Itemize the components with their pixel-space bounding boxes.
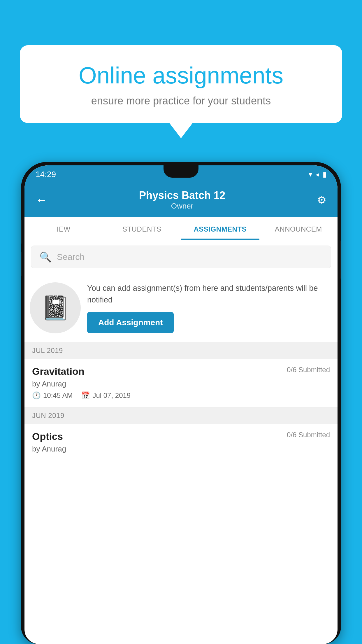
calendar-icon: 📅 — [81, 391, 90, 400]
tab-announcements[interactable]: ANNOUNCEM — [259, 217, 338, 240]
optics-title: Optics — [32, 431, 63, 442]
volume-button-down — [21, 252, 22, 276]
bubble-title: Online assignments — [40, 63, 322, 88]
header-center: Physics Batch 12 Owner — [47, 189, 317, 211]
month-separator-jun: JUN 2019 — [24, 407, 338, 424]
assignment-by: by Anurag — [32, 379, 330, 388]
bubble-subtitle: ensure more practice for your students — [40, 95, 322, 107]
battery-icon: ▮ — [323, 170, 326, 178]
tab-overview[interactable]: IEW — [24, 217, 103, 240]
assignment-header-optics: Optics 0/6 Submitted — [32, 431, 330, 442]
phone-screen: 14:29 ▾ ◂ ▮ ← Physics Batch 12 Owner ⚙ I… — [24, 165, 338, 644]
tab-students[interactable]: STUDENTS — [103, 217, 181, 240]
app-header: ← Physics Batch 12 Owner ⚙ — [24, 183, 338, 217]
status-time: 14:29 — [36, 170, 56, 179]
promo-icon-circle: 📓 — [30, 282, 81, 333]
status-icons: ▾ ◂ ▮ — [309, 170, 326, 178]
assignment-meta: 🕐 10:45 AM 📅 Jul 07, 2019 — [32, 391, 330, 400]
add-assignment-button[interactable]: Add Assignment — [87, 312, 174, 333]
notebook-icon: 📓 — [41, 294, 70, 322]
search-icon: 🔍 — [39, 251, 52, 263]
assignment-header: Gravitation 0/6 Submitted — [32, 366, 330, 377]
status-bar: 14:29 ▾ ◂ ▮ — [24, 165, 338, 183]
speech-bubble: Online assignments ensure more practice … — [20, 45, 342, 123]
clock-icon: 🕐 — [32, 391, 41, 400]
notch — [164, 165, 198, 178]
assignment-item-gravitation[interactable]: Gravitation 0/6 Submitted by Anurag 🕐 10… — [24, 359, 338, 407]
wifi-icon: ▾ — [309, 170, 312, 178]
optics-by: by Anurag — [32, 444, 330, 454]
settings-icon[interactable]: ⚙ — [317, 194, 326, 206]
promo-content: You can add assignment(s) from here and … — [87, 283, 331, 333]
meta-time: 🕐 10:45 AM — [32, 391, 73, 400]
back-button[interactable]: ← — [36, 193, 47, 206]
assignment-submitted: 0/6 Submitted — [287, 366, 330, 374]
power-button — [340, 241, 341, 279]
optics-submitted: 0/6 Submitted — [287, 431, 330, 439]
month-separator-jul: JUL 2019 — [24, 342, 338, 359]
meta-date: 📅 Jul 07, 2019 — [81, 391, 131, 400]
assignment-date: Jul 07, 2019 — [92, 391, 131, 400]
assignment-time: 10:45 AM — [43, 391, 73, 400]
header-subtitle: Owner — [47, 202, 317, 211]
phone-frame: 14:29 ▾ ◂ ▮ ← Physics Batch 12 Owner ⚙ I… — [21, 162, 341, 644]
promo-text: You can add assignment(s) from here and … — [87, 283, 331, 305]
tab-assignments[interactable]: ASSIGNMENTS — [181, 217, 259, 240]
search-bar[interactable]: 🔍 Search — [31, 246, 331, 268]
assignment-item-optics[interactable]: Optics 0/6 Submitted by Anurag — [24, 424, 338, 464]
speech-bubble-container: Online assignments ensure more practice … — [20, 45, 342, 123]
volume-button-up — [21, 220, 22, 244]
signal-icon: ◂ — [316, 170, 319, 178]
header-title: Physics Batch 12 — [47, 189, 317, 202]
assignment-title: Gravitation — [32, 366, 84, 377]
search-placeholder: Search — [57, 252, 85, 262]
search-container: 🔍 Search — [24, 240, 338, 274]
tab-bar: IEW STUDENTS ASSIGNMENTS ANNOUNCEM — [24, 217, 338, 240]
promo-section: 📓 You can add assignment(s) from here an… — [24, 274, 338, 342]
